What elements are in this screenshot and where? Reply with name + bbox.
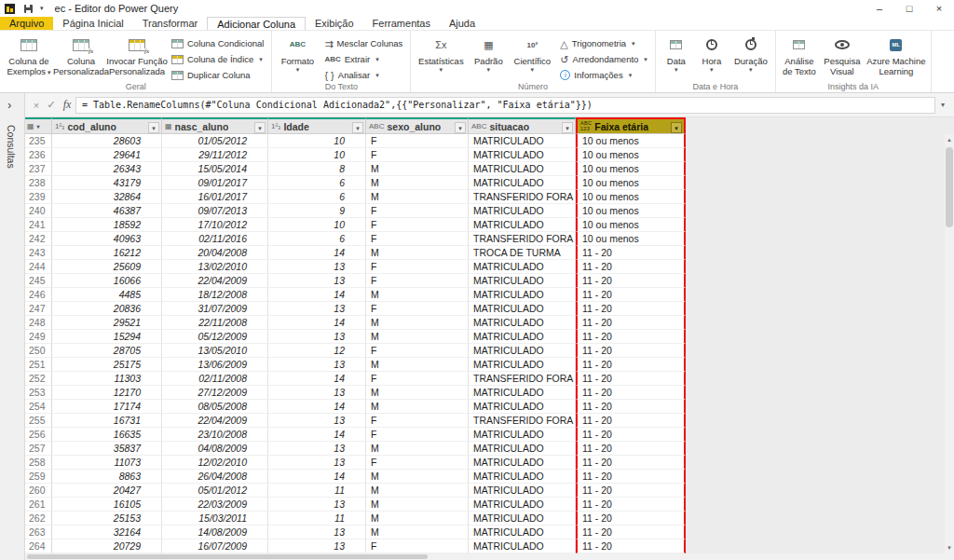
- table-cell[interactable]: 12170: [52, 386, 162, 400]
- table-cell[interactable]: MATRICULADO: [469, 540, 576, 553]
- table-cell[interactable]: 08/05/2008: [162, 400, 268, 414]
- table-cell[interactable]: MATRICULADO: [469, 358, 576, 372]
- table-cell[interactable]: 14: [268, 316, 366, 330]
- table-cell[interactable]: 46387: [52, 204, 162, 218]
- table-cell[interactable]: MATRICULADO: [469, 176, 576, 190]
- table-cell[interactable]: 28603: [52, 134, 162, 148]
- table-cell[interactable]: M: [366, 316, 469, 330]
- ribbon-button-data[interactable]: Data ▾: [660, 34, 693, 74]
- table-cell[interactable]: M: [366, 512, 469, 526]
- table-cell[interactable]: 14: [268, 288, 366, 302]
- filter-button[interactable]: ▾: [352, 122, 363, 133]
- table-cell[interactable]: 02/11/2008: [162, 372, 268, 386]
- table-cell[interactable]: F: [366, 274, 469, 288]
- table-cell[interactable]: 10 ou menos: [576, 190, 686, 204]
- table-cell[interactable]: MATRICULADO: [469, 148, 576, 162]
- ribbon-button-analise-de-texto[interactable]: Análise de Texto: [780, 34, 819, 76]
- row-number[interactable]: 249: [25, 330, 52, 344]
- table-cell[interactable]: 13: [268, 358, 366, 372]
- table-cell[interactable]: 20/04/2008: [162, 246, 268, 260]
- column-header-situacao[interactable]: ABCsituacao▾: [469, 117, 576, 134]
- table-cell[interactable]: 15294: [52, 330, 162, 344]
- table-cell[interactable]: TRANSFERIDO FORA: [469, 414, 576, 428]
- table-cell[interactable]: 16/07/2009: [162, 540, 268, 553]
- table-menu-button[interactable]: ▦▾: [25, 117, 52, 134]
- ribbon-button-estatisticas[interactable]: Σx Estatísticas ▾: [415, 34, 467, 74]
- table-cell[interactable]: 13: [268, 498, 366, 512]
- table-cell[interactable]: MATRICULADO: [469, 456, 576, 470]
- formula-expand-button[interactable]: ▾: [935, 101, 950, 109]
- table-cell[interactable]: 11: [268, 484, 366, 498]
- row-number[interactable]: 254: [25, 400, 52, 414]
- row-number[interactable]: 250: [25, 344, 52, 358]
- table-cell[interactable]: 01/05/2012: [162, 134, 268, 148]
- table-cell[interactable]: 11 - 20: [576, 456, 686, 470]
- row-number[interactable]: 245: [25, 274, 52, 288]
- table-cell[interactable]: F: [366, 456, 469, 470]
- table-cell[interactable]: 10 ou menos: [576, 204, 686, 218]
- table-cell[interactable]: 09/07/2013: [162, 204, 268, 218]
- maximize-button[interactable]: □: [894, 0, 924, 17]
- ribbon-button-formato[interactable]: ABC Formato ▾: [276, 34, 319, 74]
- tab-ajuda[interactable]: Ajuda: [440, 17, 484, 30]
- ribbon-button-coluna-indice[interactable]: Coluna de Índice ▾: [168, 51, 267, 67]
- filter-button[interactable]: ▾: [562, 122, 573, 133]
- table-cell[interactable]: 11 - 20: [576, 260, 686, 274]
- table-cell[interactable]: 14: [268, 428, 366, 442]
- row-number[interactable]: 242: [25, 232, 52, 246]
- table-cell[interactable]: 11 - 20: [576, 302, 686, 316]
- table-cell[interactable]: 29641: [52, 148, 162, 162]
- row-number[interactable]: 260: [25, 484, 52, 498]
- table-cell[interactable]: MATRICULADO: [469, 442, 576, 456]
- table-cell[interactable]: 16105: [52, 498, 162, 512]
- table-cell[interactable]: 6: [268, 190, 366, 204]
- table-cell[interactable]: 29521: [52, 316, 162, 330]
- table-cell[interactable]: 11303: [52, 372, 162, 386]
- ribbon-button-padrao[interactable]: ▦ Padrão ▾: [469, 34, 508, 74]
- table-cell[interactable]: 6: [268, 176, 366, 190]
- tab-exibicao[interactable]: Exibição: [306, 17, 363, 30]
- table-cell[interactable]: 15/05/2014: [162, 162, 268, 176]
- scroll-down-button[interactable]: ▼: [945, 542, 954, 553]
- ribbon-button-coluna-condicional[interactable]: Coluna Condicional: [168, 35, 267, 51]
- table-cell[interactable]: 12/02/2010: [162, 456, 268, 470]
- commit-formula-button[interactable]: ✓: [44, 99, 59, 111]
- table-cell[interactable]: MATRICULADO: [469, 204, 576, 218]
- row-number[interactable]: 247: [25, 302, 52, 316]
- table-cell[interactable]: 05/01/2012: [162, 484, 268, 498]
- table-cell[interactable]: 26/04/2008: [162, 470, 268, 484]
- table-cell[interactable]: 17174: [52, 400, 162, 414]
- table-cell[interactable]: 10 ou menos: [576, 232, 686, 246]
- table-cell[interactable]: 16212: [52, 246, 162, 260]
- row-number[interactable]: 258: [25, 456, 52, 470]
- table-cell[interactable]: 31/07/2009: [162, 302, 268, 316]
- column-header-nasc-aluno[interactable]: ▦nasc_aluno▾: [162, 117, 268, 134]
- table-cell[interactable]: 8: [268, 162, 366, 176]
- table-cell[interactable]: 16635: [52, 428, 162, 442]
- ribbon-button-duplicar-coluna[interactable]: Duplicar Coluna: [168, 67, 267, 83]
- table-cell[interactable]: 13: [268, 414, 366, 428]
- table-cell[interactable]: 43179: [52, 176, 162, 190]
- table-cell[interactable]: 25153: [52, 512, 162, 526]
- table-cell[interactable]: 13: [268, 456, 366, 470]
- table-cell[interactable]: M: [366, 386, 469, 400]
- table-cell[interactable]: 13: [268, 442, 366, 456]
- table-cell[interactable]: 11 - 20: [576, 386, 686, 400]
- filter-button[interactable]: ▾: [455, 122, 466, 133]
- table-cell[interactable]: MATRICULADO: [469, 134, 576, 148]
- filter-button[interactable]: ▾: [671, 122, 682, 133]
- row-number[interactable]: 259: [25, 470, 52, 484]
- row-number[interactable]: 262: [25, 512, 52, 526]
- table-cell[interactable]: 13: [268, 330, 366, 344]
- table-cell[interactable]: 12: [268, 344, 366, 358]
- table-cell[interactable]: 35837: [52, 442, 162, 456]
- table-cell[interactable]: 11 - 20: [576, 344, 686, 358]
- table-cell[interactable]: F: [366, 218, 469, 232]
- table-cell[interactable]: 13/06/2009: [162, 358, 268, 372]
- table-cell[interactable]: M: [366, 330, 469, 344]
- table-cell[interactable]: M: [366, 288, 469, 302]
- vertical-scrollbar[interactable]: ▲ ▼: [945, 134, 954, 553]
- table-cell[interactable]: 20836: [52, 302, 162, 316]
- table-cell[interactable]: 10: [268, 134, 366, 148]
- table-cell[interactable]: F: [366, 260, 469, 274]
